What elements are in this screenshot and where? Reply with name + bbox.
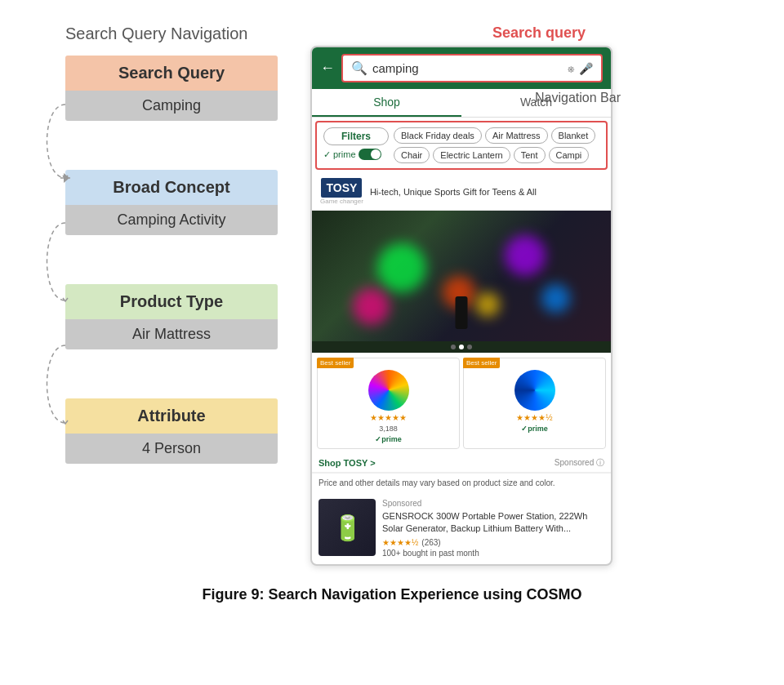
prime-checkmark: ✓ — [323, 149, 331, 160]
product-type-bottom-label: Air Mattress — [65, 319, 278, 349]
dot-1 — [451, 345, 456, 349]
filter-bar: Filters ✓ prime Black Friday deals Air M… — [315, 121, 608, 170]
camera-icon[interactable]: ⎈ — [568, 62, 574, 75]
product-type-item: Product Type Air Mattress — [65, 284, 278, 349]
mic-icon[interactable]: 🎤 — [579, 62, 593, 75]
best-seller-badge-2: Best seller — [463, 358, 500, 368]
search-query-bottom-label: Camping — [65, 91, 278, 121]
toggle-track[interactable] — [359, 149, 381, 160]
phone-search-bar: ← 🔍 camping ⎈ 🎤 — [312, 47, 611, 89]
left-panel: Search Query Navigation Search — [16, 24, 278, 566]
tab-shop[interactable]: Shop — [312, 89, 461, 117]
sponsored-product-image: 🔋 — [318, 499, 376, 556]
toggle-thumb — [371, 149, 381, 159]
product-thumb-2 — [514, 370, 555, 411]
stars-1: ★★★★★ — [370, 413, 407, 422]
product-image — [312, 211, 611, 341]
rating-count-1: 3,188 — [379, 425, 398, 433]
filter-left-section: Filters ✓ prime — [323, 127, 389, 160]
product-rating-row: ★★★★½ (263) — [382, 538, 604, 547]
phone-frame: ← 🔍 camping ⎈ 🎤 Shop Watch Fi — [310, 46, 612, 566]
sponsored-product-title: GENSROCK 300W Portable Power Station, 22… — [382, 510, 604, 536]
product-card-1[interactable]: Best seller ★★★★★ 3,188 ✓prime — [317, 358, 460, 449]
broad-concept-item: Broad Concept Camping Activity — [65, 170, 278, 235]
sponsored-product[interactable]: 🔋 Sponsored GENSROCK 300W Portable Power… — [312, 492, 611, 564]
product-cards-row: Best seller ★★★★★ 3,188 ✓prime Best sell… — [312, 353, 611, 454]
figure-caption: Figure 9: Search Navigation Experience u… — [202, 586, 581, 603]
filter-tags: Black Friday deals Air Mattress Blanket … — [394, 127, 599, 163]
attribute-item: Attribute 4 Person — [65, 398, 278, 464]
tosy-sub: Game changer — [320, 198, 363, 205]
tosy-logo: TOSY — [321, 178, 362, 198]
carousel-dots — [312, 341, 611, 353]
search-query-item: Search Query Camping — [65, 56, 278, 121]
sponsored-label-2: Sponsored — [382, 499, 604, 508]
filter-tag-tent[interactable]: Tent — [514, 147, 546, 163]
filter-tag-chair[interactable]: Chair — [394, 147, 430, 163]
prime-label: prime — [333, 149, 356, 159]
right-panel: Search query Navigation Bar ← 🔍 camping … — [310, 24, 768, 566]
shop-tosy-section: Shop TOSY > Sponsored ⓘ — [312, 454, 611, 473]
ad-banner: TOSY Game changer Hi-tech, Unique Sports… — [312, 173, 611, 211]
bought-count: 100+ bought in past month — [382, 549, 604, 558]
sponsored-label-1: Sponsored ⓘ — [555, 457, 604, 469]
best-seller-badge-1: Best seller — [317, 358, 354, 368]
attribute-bottom-label: 4 Person — [65, 434, 278, 464]
filter-tag-campi[interactable]: Campi — [549, 147, 590, 163]
product-card-2[interactable]: Best seller ★★★★½ ✓prime — [463, 358, 606, 449]
filter-tag-black-friday[interactable]: Black Friday deals — [394, 127, 482, 144]
product-rating-stars: ★★★★½ — [382, 538, 418, 547]
attribute-top-label: Attribute — [65, 398, 278, 434]
product-icon: 🔋 — [332, 514, 363, 542]
dot-3 — [467, 345, 472, 349]
filter-tag-electric-lantern[interactable]: Electric Lantern — [433, 147, 510, 163]
broad-concept-bottom-label: Camping Activity — [65, 205, 278, 235]
price-note: Price and other details may vary based o… — [312, 473, 611, 492]
stars-2: ★★★★½ — [516, 413, 552, 422]
prime-badge-2: ✓prime — [521, 425, 548, 433]
prime-badge-1: ✓prime — [375, 435, 402, 443]
search-input-box[interactable]: 🔍 camping ⎈ 🎤 — [341, 54, 603, 82]
sponsored-product-info: Sponsored GENSROCK 300W Portable Power S… — [382, 499, 604, 558]
product-thumb-1 — [368, 370, 409, 411]
search-query-text: camping — [372, 61, 563, 75]
navigation-bar-annotation: Navigation Bar — [535, 91, 621, 105]
back-button[interactable]: ← — [320, 60, 335, 77]
ad-text: Hi-tech, Unique Sports Gift for Teens & … — [370, 187, 537, 197]
filters-button[interactable]: Filters — [323, 127, 389, 145]
product-type-top-label: Product Type — [65, 284, 278, 319]
product-rating-count: (263) — [421, 538, 440, 547]
search-query-annotation: Search query — [310, 24, 768, 42]
left-title: Search Query Navigation — [16, 24, 278, 43]
shop-tosy-link[interactable]: Shop TOSY > — [318, 458, 376, 468]
broad-concept-top-label: Broad Concept — [65, 170, 278, 205]
prime-toggle[interactable]: ✓ prime — [323, 149, 389, 160]
dot-2 — [459, 345, 464, 349]
filter-tag-blanket[interactable]: Blanket — [551, 127, 596, 144]
product-image-container — [312, 211, 611, 341]
search-query-top-label: Search Query — [65, 56, 278, 91]
search-icon: 🔍 — [351, 60, 368, 76]
filter-tag-air-mattress[interactable]: Air Mattress — [485, 127, 548, 144]
